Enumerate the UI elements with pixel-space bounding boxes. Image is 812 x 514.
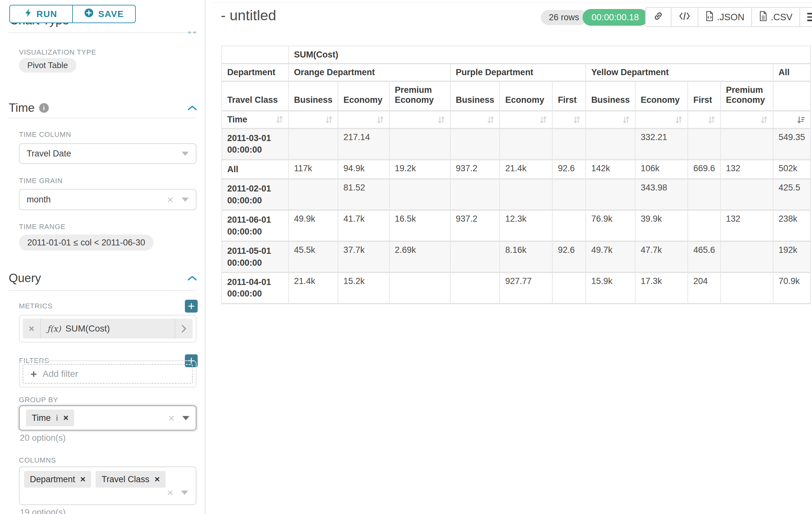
pivot-row-label: 2011-05-01 00:00:00 (222, 241, 289, 272)
pivot-sort-header[interactable] (635, 111, 688, 129)
visualization-type-value[interactable]: Pivot Table (19, 58, 77, 73)
pivot-value-cell: 343.98 (635, 179, 688, 210)
caret-down-icon[interactable] (182, 197, 189, 202)
remove-chip-icon[interactable]: × (154, 474, 160, 484)
export-json-button[interactable]: .JSON (698, 8, 751, 26)
sort-desc-icon (797, 116, 805, 124)
share-link-button[interactable] (646, 8, 671, 26)
pivot-group-header: Orange Department (289, 63, 450, 81)
query-timer-badge: 00:00:00.18 (582, 9, 648, 26)
pivot-value-cell: 19.2k (389, 160, 450, 179)
pivot-value-cell: 15.9k (586, 272, 635, 304)
remove-chip-icon[interactable]: × (80, 474, 85, 484)
sort-arrows-icon (377, 116, 384, 124)
clear-x-icon[interactable]: × (168, 412, 175, 424)
row-count-badge: 26 rows (541, 10, 587, 25)
pivot-value-cell (500, 129, 552, 160)
sort-arrows-icon (573, 116, 580, 124)
pivot-sort-header[interactable] (500, 111, 552, 129)
sort-arrows-icon (622, 116, 630, 124)
pivot-sort-header[interactable] (773, 111, 811, 129)
pivot-value-cell: 39.9k (635, 210, 688, 241)
pivot-value-cell: 92.6 (552, 241, 586, 272)
time-range-value[interactable]: 2011-01-01 ≤ col < 2011-06-30 (19, 235, 153, 250)
pivot-sort-header[interactable] (450, 111, 500, 129)
time-grain-select[interactable]: month × (19, 189, 196, 210)
add-metric-button[interactable] (185, 300, 198, 313)
pivot-sort-header[interactable] (289, 111, 338, 129)
group-by-select[interactable]: Time i × × (19, 405, 196, 431)
pivot-row-label: 2011-03-01 00:00:00 (222, 129, 289, 160)
sort-arrows-icon (708, 116, 715, 124)
pivot-class-header: Economy (500, 81, 552, 111)
metric-chip[interactable]: × ƒ(x) SUM(Cost) (23, 319, 193, 339)
pivot-value-cell (389, 272, 450, 304)
pivot-value-cell (389, 129, 450, 160)
menu-button[interactable] (800, 8, 812, 26)
pivot-dim-label-travel-class: Travel Class (222, 81, 289, 111)
pivot-value-cell: 92.6 (552, 160, 586, 179)
chevron-up-icon[interactable] (187, 105, 197, 112)
group-by-label: GROUP BY (19, 396, 58, 404)
chart-toolbar: 26 rows 00:00:00.18 .JSON (206, 0, 812, 29)
pivot-value-cell: 49.9k (289, 210, 338, 241)
chevron-right-icon[interactable] (175, 319, 193, 339)
pivot-sort-header[interactable] (552, 111, 586, 129)
chevron-up-icon[interactable] (187, 275, 197, 282)
pivot-value-cell: 217.14 (338, 129, 389, 160)
lightning-icon (25, 8, 32, 20)
pivot-sort-header[interactable] (688, 111, 721, 129)
pivot-value-cell: 8.16k (500, 241, 552, 272)
pivot-class-header: Economy (338, 81, 389, 111)
pivot-class-header: Economy (635, 81, 688, 111)
embed-code-button[interactable] (671, 8, 698, 26)
pivot-value-cell (552, 179, 586, 210)
pivot-sort-header[interactable] (389, 111, 450, 129)
pivot-value-cell (552, 210, 586, 241)
pivot-row-dim-sort-header[interactable]: Time (222, 111, 289, 129)
time-column-select[interactable]: Travel Date (19, 143, 196, 164)
sort-arrows-icon (487, 116, 494, 124)
columns-chip-travel-class[interactable]: Travel Class × (96, 471, 165, 488)
pivot-value-cell (552, 272, 586, 304)
run-button[interactable]: RUN (10, 5, 72, 23)
pivot-sort-header[interactable] (338, 111, 389, 129)
clear-x-icon[interactable]: × (167, 194, 173, 205)
group-by-chip-time[interactable]: Time i × (26, 410, 74, 426)
pivot-value-cell: 21.4k (289, 272, 338, 304)
pivot-value-cell: 132 (721, 160, 773, 179)
pivot-sort-header[interactable] (586, 111, 635, 129)
pivot-value-cell: 937.2 (450, 160, 500, 179)
pivot-value-cell: 117k (289, 160, 338, 179)
pivot-value-cell: 238k (773, 210, 811, 241)
info-icon: i (56, 413, 58, 423)
pivot-value-cell: 927.77 (500, 272, 552, 304)
pivot-value-cell: 2.69k (389, 241, 450, 272)
remove-chip-icon[interactable]: × (63, 413, 68, 423)
hamburger-menu-icon (807, 13, 812, 21)
add-filter-dropzone[interactable]: + Add filter (23, 364, 193, 384)
columns-chip-department[interactable]: Department × (24, 471, 91, 488)
clear-x-icon[interactable]: × (167, 487, 173, 498)
plus-icon (187, 302, 195, 310)
pivot-data-row: 2011-06-01 00:00:0049.9k41.7k16.5k937.21… (222, 210, 810, 241)
export-csv-button[interactable]: .CSV (751, 8, 800, 26)
pivot-value-cell (688, 210, 721, 241)
chart-type-collapse-icon[interactable] (188, 29, 198, 35)
section-divider (9, 290, 196, 291)
remove-metric-icon[interactable]: × (23, 319, 41, 339)
time-section-heading: Time i (9, 101, 49, 115)
time-column-label: TIME COLUMN (19, 130, 71, 139)
info-icon[interactable]: i (39, 103, 49, 113)
caret-down-icon[interactable] (182, 152, 189, 156)
pivot-value-cell (688, 129, 721, 160)
pivot-value-cell: 465.6 (688, 241, 721, 272)
save-button[interactable]: SAVE (72, 5, 135, 23)
columns-select[interactable]: Department × Travel Class × × (19, 466, 196, 505)
pivot-sort-header[interactable] (721, 111, 773, 129)
pivot-value-cell: 16.5k (389, 210, 450, 241)
pivot-row-label: 2011-02-01 00:00:00 (222, 179, 289, 210)
pivot-value-cell (389, 179, 450, 210)
caret-down-icon[interactable] (182, 416, 190, 420)
caret-down-icon[interactable] (181, 491, 188, 495)
